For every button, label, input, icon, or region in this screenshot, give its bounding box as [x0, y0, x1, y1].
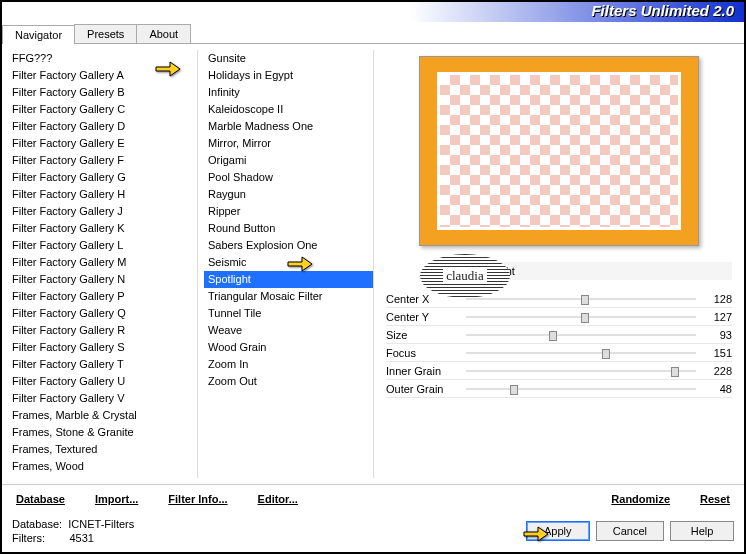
preview-image — [419, 56, 699, 246]
param-slider[interactable] — [466, 292, 696, 306]
param-slider[interactable] — [466, 328, 696, 342]
param-row: Center Y127 — [386, 308, 732, 326]
filter-item[interactable]: Mirror, Mirror — [204, 135, 373, 152]
param-row: Size93 — [386, 326, 732, 344]
category-item[interactable]: Filter Factory Gallery L — [8, 237, 197, 254]
status-filters-label: Filters: — [12, 532, 45, 544]
tab-presets[interactable]: Presets — [74, 24, 137, 43]
param-label: Focus — [386, 347, 466, 359]
filter-item[interactable]: Infinity — [204, 84, 373, 101]
filter-item[interactable]: Gunsite — [204, 50, 373, 67]
filter-column: GunsiteHolidays in EgyptInfinityKaleidos… — [204, 50, 374, 478]
param-label: Inner Grain — [386, 365, 466, 377]
category-item[interactable]: Frames, Textured — [8, 441, 197, 458]
category-item[interactable]: Filter Factory Gallery R — [8, 322, 197, 339]
filter-item[interactable]: Kaleidoscope II — [204, 101, 373, 118]
tab-about[interactable]: About — [136, 24, 191, 43]
category-item[interactable]: Frames, Marble & Crystal — [8, 407, 197, 424]
category-item[interactable]: FFG??? — [8, 50, 197, 67]
category-item[interactable]: Filter Factory Gallery J — [8, 203, 197, 220]
tab-strip: Navigator Presets About — [2, 24, 744, 44]
title-bar: Filters Unlimited 2.0 — [2, 2, 744, 22]
help-button[interactable]: Help — [670, 521, 734, 541]
database-button[interactable]: Database — [12, 491, 69, 507]
main-panel: FFG???Filter Factory Gallery AFilter Fac… — [2, 44, 744, 484]
filter-item[interactable]: Wood Grain — [204, 339, 373, 356]
param-label: Outer Grain — [386, 383, 466, 395]
reset-button[interactable]: Reset — [696, 491, 734, 507]
param-slider[interactable] — [466, 364, 696, 378]
filter-item[interactable]: Pool Shadow — [204, 169, 373, 186]
filter-item[interactable]: Marble Madness One — [204, 118, 373, 135]
filter-info-button[interactable]: Filter Info... — [164, 491, 231, 507]
filter-item[interactable]: Raygun — [204, 186, 373, 203]
filter-item[interactable]: Zoom In — [204, 356, 373, 373]
filter-item[interactable]: Sabers Explosion One — [204, 237, 373, 254]
param-value: 128 — [696, 293, 732, 305]
param-slider[interactable] — [466, 382, 696, 396]
param-value: 93 — [696, 329, 732, 341]
category-item[interactable]: Filter Factory Gallery G — [8, 169, 197, 186]
status-bar: Database: ICNET-Filters Filters: 4531 Ap… — [2, 513, 744, 549]
apply-button[interactable]: Apply — [526, 521, 590, 541]
category-list[interactable]: FFG???Filter Factory Gallery AFilter Fac… — [8, 50, 198, 478]
filter-item[interactable]: Seismic — [204, 254, 373, 271]
status-db-label: Database: — [12, 518, 62, 530]
category-item[interactable]: Filter Factory Gallery M — [8, 254, 197, 271]
category-item[interactable]: Filter Factory Gallery F — [8, 152, 197, 169]
category-item[interactable]: Filter Factory Gallery Q — [8, 305, 197, 322]
category-item[interactable]: Filter Factory Gallery A — [8, 67, 197, 84]
tab-navigator[interactable]: Navigator — [2, 25, 75, 44]
param-row: Inner Grain228 — [386, 362, 732, 380]
randomize-button[interactable]: Randomize — [607, 491, 674, 507]
category-item[interactable]: Filter Factory Gallery B — [8, 84, 197, 101]
category-item[interactable]: Filter Factory Gallery C — [8, 101, 197, 118]
filter-item[interactable]: Zoom Out — [204, 373, 373, 390]
param-value: 151 — [696, 347, 732, 359]
category-column: FFG???Filter Factory Gallery AFilter Fac… — [8, 50, 198, 478]
category-item[interactable]: Frames, Wood — [8, 458, 197, 475]
filter-item[interactable]: Tunnel Tile — [204, 305, 373, 322]
filter-item[interactable]: Triangular Mosaic Filter — [204, 288, 373, 305]
param-slider[interactable] — [466, 310, 696, 324]
filter-item[interactable]: Weave — [204, 322, 373, 339]
cancel-button[interactable]: Cancel — [596, 521, 664, 541]
category-item[interactable]: Frames, Stone & Granite — [8, 424, 197, 441]
filter-item[interactable]: Ripper — [204, 203, 373, 220]
editor-button[interactable]: Editor... — [254, 491, 302, 507]
status-filters-count: 4531 — [69, 532, 93, 544]
app-title: Filters Unlimited 2.0 — [591, 2, 734, 19]
filter-list[interactable]: GunsiteHolidays in EgyptInfinityKaleidos… — [204, 50, 374, 478]
toolbar: Database Import... Filter Info... Editor… — [2, 484, 744, 513]
claudia-badge: claudia — [420, 254, 510, 298]
category-item[interactable]: Filter Factory Gallery K — [8, 220, 197, 237]
param-value: 228 — [696, 365, 732, 377]
category-item[interactable]: Filter Factory Gallery V — [8, 390, 197, 407]
filter-item[interactable]: Round Button — [204, 220, 373, 237]
filter-item[interactable]: Holidays in Egypt — [204, 67, 373, 84]
category-item[interactable]: Filter Factory Gallery P — [8, 288, 197, 305]
param-value: 48 — [696, 383, 732, 395]
param-label: Size — [386, 329, 466, 341]
status-db-value: ICNET-Filters — [68, 518, 134, 530]
category-item[interactable]: Filter Factory Gallery S — [8, 339, 197, 356]
param-slider[interactable] — [466, 346, 696, 360]
category-item[interactable]: Filter Factory Gallery E — [8, 135, 197, 152]
category-item[interactable]: Filter Factory Gallery D — [8, 118, 197, 135]
import-button[interactable]: Import... — [91, 491, 142, 507]
category-item[interactable]: Filter Factory Gallery U — [8, 373, 197, 390]
parameter-list: Center X128Center Y127Size93Focus151Inne… — [386, 290, 732, 398]
param-row: Outer Grain48 — [386, 380, 732, 398]
category-item[interactable]: Filter Factory Gallery H — [8, 186, 197, 203]
param-row: Focus151 — [386, 344, 732, 362]
filter-item[interactable]: Spotlight — [204, 271, 373, 288]
filter-item[interactable]: Origami — [204, 152, 373, 169]
category-item[interactable]: Filter Factory Gallery T — [8, 356, 197, 373]
category-item[interactable]: Filter Factory Gallery N — [8, 271, 197, 288]
param-label: Center Y — [386, 311, 466, 323]
param-value: 127 — [696, 311, 732, 323]
